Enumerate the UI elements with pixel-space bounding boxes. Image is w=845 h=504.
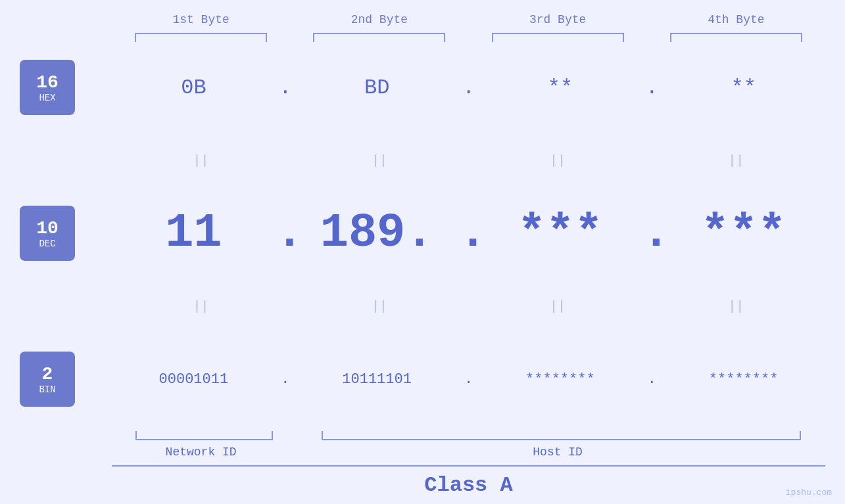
class-section: Class A (112, 465, 825, 497)
hex-label: HEX (39, 93, 55, 103)
byte2-header: 2nd Byte (290, 13, 468, 26)
equals-row-2: || || || || (112, 296, 825, 316)
bin-b3: ******** (479, 371, 642, 388)
hex-dot1: . (276, 76, 295, 100)
hex-dot3: . (642, 76, 662, 100)
bin-dot3: . (642, 371, 662, 388)
eq1-b2: || (290, 153, 468, 168)
bin-dot2: . (459, 371, 479, 388)
main-container: 1st Byte 2nd Byte 3rd Byte 4th Byte 16 H… (0, 0, 845, 504)
dec-dot3: . (642, 206, 662, 260)
bin-dot1: . (276, 371, 295, 388)
hex-b3: ** (479, 76, 642, 100)
content-area: 16 HEX 0B . BD . ** . ** || || || || 10 (20, 42, 825, 424)
eq1-b1: || (112, 153, 290, 168)
dec-badge: 10 DEC (20, 206, 75, 261)
hex-b4: ** (662, 76, 825, 100)
bin-b1: 00001011 (112, 371, 276, 388)
dec-b1: 11 (112, 206, 276, 260)
hex-b1: 0B (112, 76, 276, 100)
dec-b3: *** (479, 206, 642, 260)
hex-dot2: . (459, 76, 479, 100)
equals-row-1: || || || || (112, 150, 825, 170)
bin-b2: 10111101 (295, 371, 459, 388)
hex-b2: BD (295, 76, 459, 100)
bin-badge: 2 BIN (20, 352, 75, 407)
bin-row: 2 BIN 00001011 . 10111101 . ******** . *… (20, 352, 825, 407)
byte3-header: 3rd Byte (469, 13, 647, 26)
watermark: ipshu.com (786, 488, 832, 497)
bracket1 (112, 33, 290, 42)
eq2-b2: || (290, 299, 468, 314)
hex-values: 0B . BD . ** . ** (112, 76, 825, 100)
bin-label: BIN (39, 384, 55, 395)
dec-row: 10 DEC 11 . 189. . *** . *** (20, 206, 825, 261)
bin-values: 00001011 . 10111101 . ******** . *******… (112, 371, 825, 388)
dec-dot2: . (459, 206, 479, 260)
byte1-header: 1st Byte (112, 13, 290, 26)
hex-row: 16 HEX 0B . BD . ** . ** (20, 60, 825, 115)
dec-b2: 189. (295, 206, 459, 260)
dec-number: 10 (36, 218, 59, 239)
hex-badge: 16 HEX (20, 60, 75, 115)
dec-dot1: . (276, 206, 295, 260)
bin-b4: ******** (662, 371, 825, 388)
eq2-b3: || (469, 299, 647, 314)
class-label: Class A (424, 473, 512, 497)
dec-b4: *** (662, 206, 825, 260)
top-brackets (112, 33, 825, 42)
eq1-b4: || (647, 153, 825, 168)
byte-headers: 1st Byte 2nd Byte 3rd Byte 4th Byte (112, 13, 825, 26)
bottom-section: Network ID Host ID Class A (20, 431, 825, 497)
host-id-label: Host ID (290, 446, 825, 459)
eq2-b1: || (112, 299, 290, 314)
dec-label: DEC (39, 239, 55, 249)
dec-values: 11 . 189. . *** . *** (112, 206, 825, 260)
bracket2 (290, 33, 468, 42)
bracket4 (647, 33, 825, 42)
id-labels: Network ID Host ID (112, 446, 825, 459)
bottom-brackets (112, 431, 825, 440)
hex-number: 16 (36, 72, 59, 93)
network-id-label: Network ID (112, 446, 290, 459)
eq2-b4: || (647, 299, 825, 314)
bin-number: 2 (42, 364, 53, 384)
byte4-header: 4th Byte (647, 13, 825, 26)
eq1-b3: || (469, 153, 647, 168)
bracket3 (469, 33, 647, 42)
